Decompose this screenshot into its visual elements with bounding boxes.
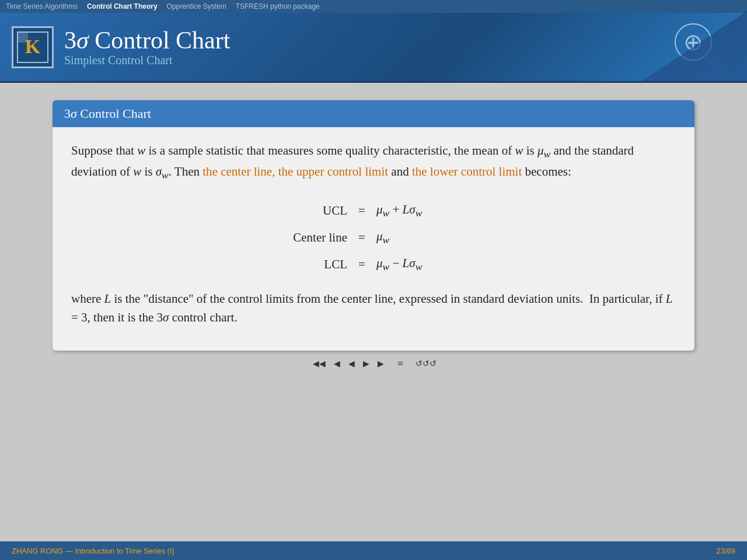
formula-ucl-label: UCL [254,201,347,220]
slide-header: K 3σ Control Chart Simplest Control Char… [0,13,747,83]
nav-next-section-button[interactable]: ▶ [361,358,372,369]
footer-author: ZHANG RONG — Introduction to Time Series… [12,547,174,555]
main-content: 3σ Control Chart Suppose that w is a sam… [0,83,747,541]
svg-rect-2 [18,32,28,43]
top-nav-bar: Time Series Algorithms Control Chart The… [0,0,747,13]
intro-paragraph: Suppose that w is a sample statistic tha… [71,141,676,184]
nav-undo: ↺↺↺ [416,359,437,368]
nav-indicator: ≡ [390,358,412,370]
nav-prev-button[interactable]: ◀ [331,358,343,369]
nav-item-tsfresh[interactable]: TSFRESH python package [236,2,320,10]
formula-ucl-eq: = [347,201,376,220]
nav-first-button[interactable]: ◀◀ [310,358,328,369]
formula-block: UCL = μw + Lσw Center line = μw LCL [71,200,676,275]
footer-bar: ZHANG RONG — Introduction to Time Series… [0,541,747,560]
slide-title: 3σ Control Chart [64,27,230,54]
formula-lcl-label: LCL [254,255,347,274]
formula-cl-label: Center line [254,228,347,247]
decoration-triangle2 [642,29,724,81]
formula-cl-eq: = [347,228,376,247]
content-card: 3σ Control Chart Suppose that w is a sam… [53,100,694,351]
slide-subtitle: Simplest Control Chart [64,54,230,67]
logo: K [12,26,54,68]
card-header: 3σ Control Chart [53,100,694,127]
card-body: Suppose that w is a sample statistic tha… [53,127,694,333]
highlight-center-line: the center line, the upper control limit [203,164,388,178]
highlight-lower-limit: the lower control limit [412,164,522,178]
footer-paragraph: where L is the "distance" of the control… [71,289,676,327]
formula-lcl: LCL = μw − Lσw [254,254,493,275]
formula-ucl: UCL = μw + Lσw [254,200,493,221]
nav-item-timeseries[interactable]: Time Series Algorithms [6,2,78,10]
nav-prev-section-button[interactable]: ◀ [346,358,357,369]
formula-cl-expr: μw [376,227,493,248]
nav-next-button[interactable]: ▶ [375,358,386,369]
formula-lcl-expr: μw − Lσw [376,254,493,275]
footer-page: 23/69 [716,547,735,555]
formula-lcl-eq: = [347,255,376,274]
nav-controls: ◀◀ ◀ ◀ ▶ ▶ ≡ ↺↺↺ [264,351,483,377]
formula-ucl-expr: μw + Lσw [376,200,493,221]
nav-item-opprentice[interactable]: Opprentice System [167,2,226,10]
nav-item-controlchart[interactable]: Control Chart Theory [87,2,158,10]
header-text-block: 3σ Control Chart Simplest Control Chart [64,27,230,67]
logo-icon: K [16,31,49,64]
formula-centerline: Center line = μw [254,227,493,248]
